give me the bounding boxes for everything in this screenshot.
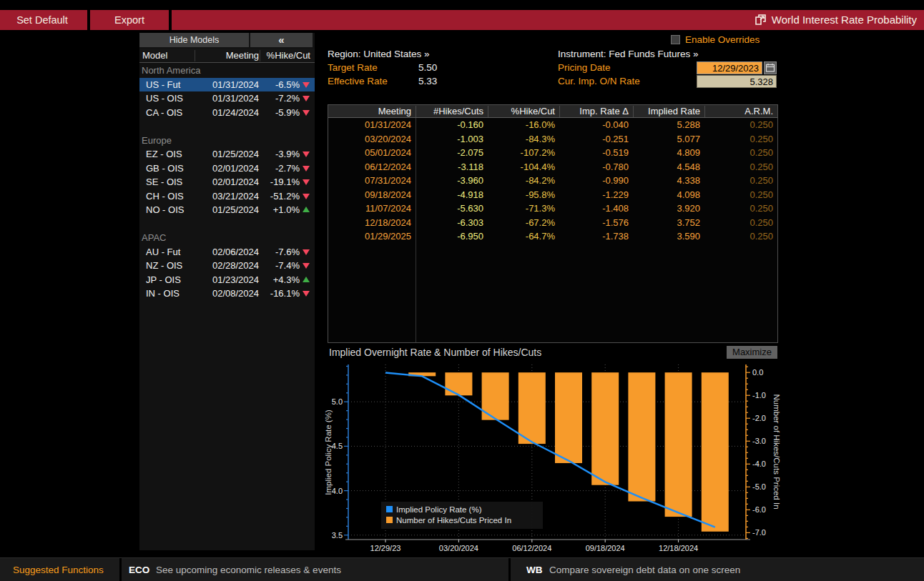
model-row[interactable]: US - OIS01/31/2024-7.2% <box>139 91 315 106</box>
meetings-cell: 07/31/2024 <box>328 174 416 188</box>
model-meeting: 01/23/2024 <box>190 273 259 287</box>
meetings-row[interactable]: 01/29/2025-6.950-64.7%-1.7383.5900.250 <box>328 229 777 244</box>
meetings-cell: 0.250 <box>704 188 777 202</box>
down-arrow-icon <box>303 152 310 157</box>
svg-text:5.0: 5.0 <box>332 397 343 406</box>
title-bar: Set Default Export World Interest Rate P… <box>0 10 924 30</box>
maximize-button[interactable]: Maximize <box>727 346 777 359</box>
set-default-button[interactable]: Set Default <box>0 10 84 30</box>
table-header-cell[interactable]: #Hikes/Cuts <box>416 105 488 118</box>
hikes-bar <box>702 372 729 532</box>
model-row[interactable]: SE - OIS02/01/2024-19.1% <box>139 175 315 189</box>
down-arrow-icon <box>303 96 310 101</box>
meetings-row[interactable]: 03/20/2024-1.003-84.3%-0.2515.0770.250 <box>328 132 777 147</box>
collapse-panel-button[interactable]: « <box>250 33 313 47</box>
meetings-table-body: 01/31/2024-0.160-16.0%-0.0405.2880.25003… <box>328 118 777 244</box>
meetings-row[interactable]: 12/18/2024-6.303-67.2%-1.5763.7520.250 <box>328 216 777 230</box>
model-pct: -19.1% <box>255 175 300 189</box>
meetings-row[interactable]: 01/31/2024-0.160-16.0%-0.0405.2880.250 <box>328 118 777 132</box>
model-row[interactable]: AU - Fut02/06/2024-7.6% <box>139 245 315 259</box>
model-row[interactable]: NO - OIS01/25/2024+1.0% <box>139 203 315 217</box>
model-meeting: 01/25/2024 <box>190 147 259 162</box>
meetings-row[interactable]: 06/12/2024-3.118-104.4%-0.7804.5480.250 <box>328 160 777 174</box>
model-row[interactable]: EZ - OIS01/25/2024-3.9% <box>139 147 315 162</box>
instrument-selector[interactable]: Instrument: Fed Funds Futures » <box>558 47 699 61</box>
up-arrow-icon <box>303 277 310 282</box>
svg-text:06/12/2024: 06/12/2024 <box>512 544 551 552</box>
meetings-row[interactable]: 05/01/2024-2.075-107.2%-0.5194.8090.250 <box>328 146 777 160</box>
table-header-cell[interactable]: Imp. Rate Δ <box>559 105 633 118</box>
model-row[interactable]: NZ - OIS02/28/2024-7.4% <box>139 259 315 273</box>
model-pct: -2.7% <box>255 162 300 176</box>
table-header-cell[interactable]: %Hike/Cut <box>488 105 559 118</box>
enable-overrides-checkbox[interactable] <box>671 35 680 44</box>
meetings-cell: 0.250 <box>704 160 777 174</box>
calendar-icon[interactable] <box>764 61 777 74</box>
footer-bar: Suggested Functions ECO See upcoming eco… <box>0 557 924 581</box>
meetings-cell: 3.920 <box>633 202 704 216</box>
footer-wb-code[interactable]: WB <box>526 558 543 581</box>
footer-wb-desc[interactable]: Compare sovereign debt data on one scree… <box>549 558 740 581</box>
meetings-row[interactable]: 11/07/2024-5.630-71.3%-1.4083.9200.250 <box>328 202 777 216</box>
model-pct: -7.2% <box>255 91 300 106</box>
model-row[interactable]: CA - OIS01/24/2024-5.9% <box>139 106 315 120</box>
svg-text:12/29/23: 12/29/23 <box>370 544 401 552</box>
meetings-cell: -6.303 <box>416 216 488 230</box>
meetings-cell: -1.738 <box>559 229 633 244</box>
meetings-cell: -71.3% <box>488 202 559 216</box>
svg-text:09/18/2024: 09/18/2024 <box>586 544 625 552</box>
meetings-cell: 3.590 <box>633 229 704 244</box>
hikes-bar <box>555 372 582 463</box>
meetings-cell: 4.809 <box>633 146 704 160</box>
model-name: AU - Fut <box>146 245 180 259</box>
table-column-divider <box>416 118 416 342</box>
model-pct: -3.9% <box>255 147 300 162</box>
meetings-cell: 3.752 <box>633 216 704 230</box>
model-pct: -5.9% <box>255 106 300 120</box>
table-header-cell[interactable]: A.R.M. <box>704 105 777 118</box>
model-name: US - OIS <box>146 91 183 106</box>
model-name: NO - OIS <box>146 203 184 217</box>
model-meeting: 03/21/2024 <box>190 189 259 204</box>
region-selector[interactable]: Region: United States » <box>328 47 430 61</box>
pricing-date-input[interactable] <box>697 61 762 74</box>
svg-text:0.0: 0.0 <box>752 368 763 377</box>
table-header-cell[interactable]: Implied Rate <box>633 105 704 118</box>
target-rate-label: Target Rate <box>328 61 378 74</box>
models-col-pct: %Hike/Cut <box>259 49 310 63</box>
table-header-cell[interactable]: Meeting <box>328 105 416 118</box>
model-meeting: 01/31/2024 <box>190 78 259 92</box>
hide-models-button[interactable]: Hide Models <box>139 33 249 47</box>
cur-imp-rate-input[interactable] <box>697 75 777 88</box>
suggested-functions-label: Suggested Functions <box>13 558 104 581</box>
model-meeting: 02/28/2024 <box>190 259 259 273</box>
model-name: SE - OIS <box>146 175 182 189</box>
footer-eco-code[interactable]: ECO <box>129 558 149 581</box>
down-arrow-icon <box>303 249 310 255</box>
meetings-row[interactable]: 09/18/2024-4.918-95.8%-1.2294.0980.250 <box>328 188 777 202</box>
meetings-row[interactable]: 07/31/2024-3.960-84.2%-0.9904.3380.250 <box>328 174 777 188</box>
meetings-cell: 0.250 <box>704 202 777 216</box>
model-row[interactable]: JP - OIS01/23/2024+4.3% <box>139 273 315 287</box>
meetings-cell: 0.250 <box>704 174 777 188</box>
model-row[interactable]: US - Fut01/31/2024-6.5% <box>139 78 315 92</box>
hikes-bar <box>665 372 692 517</box>
model-name: CA - OIS <box>146 106 182 120</box>
footer-eco-desc[interactable]: See upcoming economic releases & events <box>156 558 341 581</box>
rates-chart: 5.04.54.03.5Implied Policy Rate (%)0.0-1… <box>322 361 787 555</box>
export-button[interactable]: Export <box>87 10 172 30</box>
meetings-cell: -1.003 <box>416 132 488 147</box>
down-arrow-icon <box>303 291 310 297</box>
down-arrow-icon <box>303 263 310 269</box>
model-group-label: APAC <box>139 231 315 245</box>
model-row[interactable]: IN - OIS02/08/2024-16.1% <box>139 287 315 301</box>
meetings-cell: -95.8% <box>488 188 559 202</box>
models-col-model: Model <box>142 49 167 63</box>
meetings-cell: -3.960 <box>416 174 488 188</box>
model-name: EZ - OIS <box>146 147 182 162</box>
model-row[interactable]: GB - OIS02/01/2024-2.7% <box>139 162 315 176</box>
model-row[interactable]: CH - OIS03/21/2024-51.2% <box>139 189 315 204</box>
model-name: CH - OIS <box>146 189 184 204</box>
down-arrow-icon <box>303 194 310 199</box>
open-window-icon[interactable] <box>755 11 766 31</box>
